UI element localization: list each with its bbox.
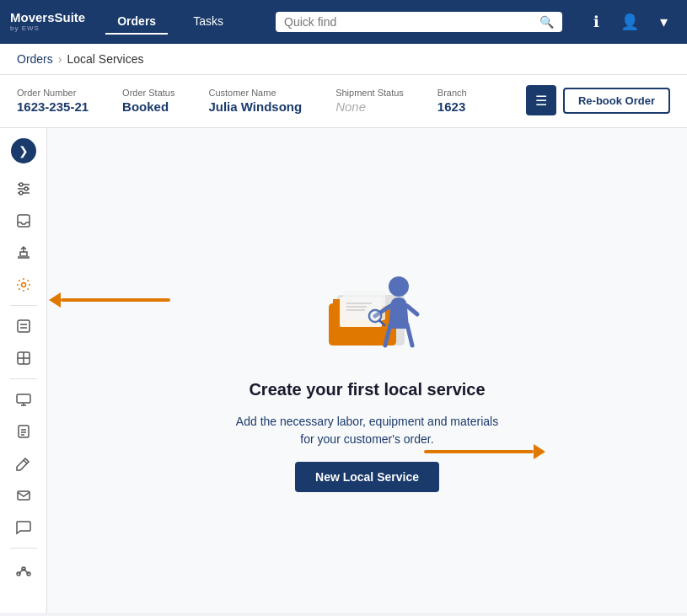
content-area: Create your first local service Add the … [47, 128, 687, 613]
svg-line-22 [24, 460, 27, 463]
sliders-icon [16, 181, 31, 196]
customer-name-label: Customer Name [208, 88, 302, 98]
chat-bubble-icon [16, 520, 31, 535]
logo: MoversSuite by EWS [10, 11, 85, 32]
sidebar-item-upload[interactable] [7, 238, 40, 268]
arrow-line-horizontal-right [424, 450, 534, 453]
chevron-down-icon: ▾ [660, 13, 668, 31]
sidebar-divider-1 [10, 305, 37, 306]
breadcrumb-separator: › [58, 52, 62, 66]
sidebar-item-document[interactable] [7, 416, 40, 447]
empty-state-description: Add the necessary labor, equipment and m… [236, 413, 498, 448]
sidebar-divider-2 [10, 378, 37, 379]
list-icon [16, 319, 31, 334]
sidebar-item-chat[interactable] [7, 512, 40, 543]
chat-button[interactable]: ☰ [526, 85, 556, 115]
sidebar-item-monitor[interactable] [7, 384, 40, 415]
grid-icon [16, 351, 31, 366]
info-button[interactable]: ℹ [582, 8, 609, 35]
annotation-arrow-left [49, 292, 170, 308]
rebook-order-button[interactable]: Re-book Order [563, 88, 670, 114]
svg-point-32 [389, 276, 409, 297]
logo-text: MoversSuite [10, 11, 85, 25]
network-icon [15, 561, 32, 576]
sidebar-toggle-button[interactable]: ❯ [11, 138, 36, 163]
order-status-value: Booked [122, 99, 174, 114]
nav-tab-tasks[interactable]: Tasks [181, 9, 235, 35]
monitor-icon [16, 392, 31, 407]
sidebar-item-list[interactable] [7, 311, 40, 341]
chevron-right-icon: ❯ [19, 144, 29, 158]
order-status-field: Order Status Booked [122, 88, 174, 114]
user-chevron-button[interactable]: ▾ [650, 8, 677, 35]
upload-icon [16, 245, 31, 260]
sidebar-item-inbox[interactable] [7, 206, 40, 236]
main-layout: ❯ [0, 128, 687, 613]
order-number-value: 1623-235-21 [17, 99, 89, 114]
shipment-status-value: None [335, 99, 404, 114]
settings-icon [16, 277, 31, 292]
sidebar-item-grid[interactable] [7, 343, 40, 373]
sidebar-item-network[interactable] [7, 554, 40, 584]
svg-rect-18 [19, 426, 29, 437]
customer-name-value: Julia Windsong [208, 99, 302, 114]
svg-rect-6 [18, 215, 30, 227]
svg-point-4 [24, 187, 28, 190]
arrow-head-left [49, 292, 61, 308]
user-button[interactable]: 👤 [616, 8, 643, 35]
svg-rect-15 [17, 394, 30, 403]
sidebar-divider-3 [10, 548, 37, 549]
svg-rect-9 [18, 320, 30, 332]
branch-label: Branch [437, 88, 467, 98]
nav-icons: ℹ 👤 ▾ [582, 8, 677, 35]
order-actions: ☰ Re-book Order [526, 85, 670, 115]
branch-field: Branch 1623 [437, 88, 467, 114]
search-icon: 🔍 [539, 15, 554, 29]
user-icon: 👤 [620, 13, 639, 31]
sidebar-item-settings[interactable] [7, 270, 40, 300]
document-icon [16, 424, 31, 439]
search-bar: 🔍 [276, 12, 562, 32]
svg-rect-23 [18, 491, 30, 500]
svg-rect-7 [20, 252, 27, 256]
top-navigation: MoversSuite by EWS Orders Tasks 🔍 ℹ 👤 ▾ [0, 0, 687, 44]
new-local-service-button[interactable]: New Local Service [295, 462, 439, 492]
empty-state-title: Create your first local service [249, 380, 485, 399]
svg-point-8 [21, 283, 25, 287]
order-number-field: Order Number 1623-235-21 [17, 88, 89, 114]
svg-point-3 [19, 183, 23, 186]
info-icon: ℹ [593, 13, 599, 31]
order-number-label: Order Number [17, 88, 89, 98]
shipment-status-field: Shipment Status None [335, 88, 404, 114]
chat-icon: ☰ [535, 93, 547, 109]
inbox-icon [16, 213, 31, 228]
sidebar: ❯ [0, 128, 47, 613]
breadcrumb-orders[interactable]: Orders [17, 52, 53, 66]
mail-icon [16, 488, 31, 503]
svg-line-28 [24, 569, 29, 574]
edit-icon [16, 456, 31, 471]
customer-name-field: Customer Name Julia Windsong [208, 88, 302, 114]
sidebar-item-mail[interactable] [7, 480, 40, 511]
sidebar-item-sliders[interactable] [7, 174, 40, 204]
order-header: Order Number 1623-235-21 Order Status Bo… [0, 75, 687, 128]
breadcrumb: Orders › Local Services [0, 44, 687, 75]
arrow-line-horizontal-left [61, 298, 170, 302]
order-status-label: Order Status [122, 88, 174, 98]
arrow-head-right [534, 444, 545, 459]
svg-line-27 [19, 569, 24, 574]
nav-tab-orders[interactable]: Orders [105, 9, 168, 35]
empty-state-illustration [291, 249, 443, 367]
page-wrapper: MoversSuite by EWS Orders Tasks 🔍 ℹ 👤 ▾ … [0, 0, 687, 613]
logo-sub: by EWS [10, 25, 85, 33]
shipment-status-label: Shipment Status [335, 88, 404, 98]
breadcrumb-current: Local Services [67, 52, 143, 66]
branch-value: 1623 [437, 99, 467, 114]
sidebar-item-edit[interactable] [7, 448, 40, 479]
svg-point-5 [19, 191, 23, 195]
search-input[interactable] [284, 15, 533, 29]
annotation-arrow-right [424, 444, 545, 459]
